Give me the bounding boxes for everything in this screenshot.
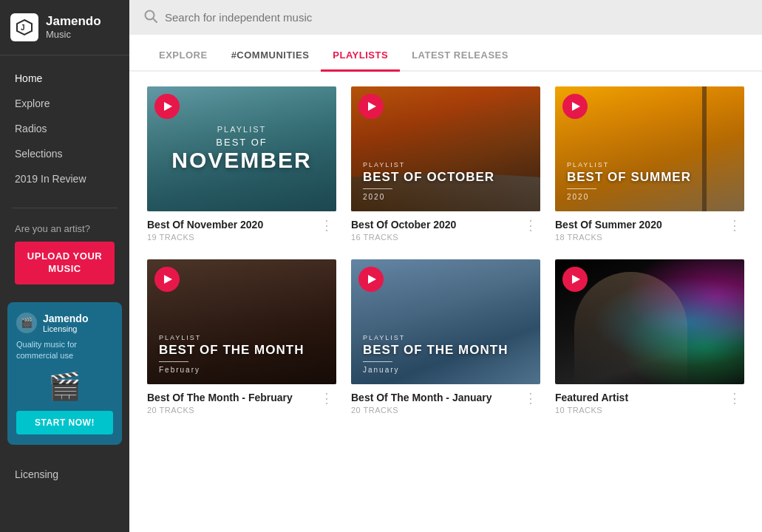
- playlist-card-artist[interactable]: Featured Artist 10 TRACKS ⋮: [555, 259, 744, 417]
- licensing-card: 🎬 Jamendo Licensing Quality music for co…: [7, 302, 122, 445]
- playlist-thumb-november: Playlist Best Of November: [147, 86, 336, 211]
- card-tracks-summer: 18 TRACKS: [555, 233, 662, 242]
- play-button-november[interactable]: [154, 94, 180, 119]
- tab-communities[interactable]: #COMMUNITIES: [220, 41, 322, 72]
- card-more-january[interactable]: ⋮: [521, 392, 540, 405]
- sidebar-item-radios[interactable]: Radios: [0, 116, 129, 141]
- card-tracks-artist: 10 TRACKS: [555, 406, 628, 415]
- playlist-card-february[interactable]: PLAYLIST Best Of The Month February Best…: [147, 259, 336, 417]
- play-button-artist[interactable]: [562, 267, 588, 292]
- play-button-january[interactable]: [358, 267, 384, 292]
- thumb-month-february: February: [159, 366, 324, 374]
- playlist-grid: Playlist Best Of November Best Of Novemb…: [147, 86, 744, 417]
- playlist-card-january[interactable]: PLAYLIST Best Of The Month January Best …: [351, 259, 540, 417]
- thumb-tag-february: PLAYLIST: [159, 334, 324, 341]
- thumb-year-summer: 2020: [567, 193, 732, 201]
- card-title-artist: Featured Artist: [555, 392, 628, 403]
- playlist-thumb-october: PLAYLIST Best Of October 2020: [351, 86, 540, 211]
- thumb-divider-february: [159, 361, 188, 362]
- card-title-january: Best Of The Month - January: [351, 392, 492, 403]
- card-tracks-january: 20 TRACKS: [351, 406, 492, 415]
- card-more-summer[interactable]: ⋮: [725, 219, 744, 232]
- thumb-title-summer: Best Of Summer: [567, 171, 732, 185]
- tab-playlists[interactable]: PLAYLISTS: [321, 41, 400, 72]
- thumb-tag-october: PLAYLIST: [363, 161, 528, 168]
- licensing-header: 🎬 Jamendo Licensing: [16, 313, 113, 333]
- thumb-tag-november: Playlist: [217, 125, 267, 134]
- search-icon: [144, 10, 157, 26]
- thumb-divider-summer: [567, 188, 596, 189]
- sidebar: J Jamendo Music Home Explore Radios Sele…: [0, 0, 129, 532]
- card-info-january: Best Of The Month - January 20 TRACKS ⋮: [351, 384, 540, 417]
- sidebar-item-licensing[interactable]: Licensing: [15, 464, 115, 485]
- card-more-october[interactable]: ⋮: [521, 219, 540, 232]
- playlist-thumb-artist: [555, 259, 744, 384]
- playlist-thumb-january: PLAYLIST Best Of The Month January: [351, 259, 540, 384]
- playlist-card-summer[interactable]: PLAYLIST Best Of Summer 2020 Best Of Sum…: [555, 86, 744, 245]
- thumb-title-february: Best Of The Month: [159, 344, 324, 358]
- artist-section: Are you an artist? UPLOAD YOUR MUSIC: [0, 214, 129, 290]
- sidebar-divider: [12, 208, 118, 208]
- thumb-title-october: Best Of October: [363, 171, 528, 185]
- card-title-february: Best Of The Month - February: [147, 392, 293, 403]
- playlist-thumb-february: PLAYLIST Best Of The Month February: [147, 259, 336, 384]
- thumb-divider-january: [363, 361, 392, 362]
- card-title-summer: Best Of Summer 2020: [555, 219, 662, 231]
- card-tracks-february: 20 TRACKS: [147, 406, 293, 415]
- licensing-title: Jamendo Licensing: [43, 313, 88, 333]
- brand-icon: J: [10, 13, 38, 41]
- thumb-title-january: Best Of The Month: [363, 344, 528, 358]
- play-button-february[interactable]: [154, 267, 180, 292]
- start-now-button[interactable]: START NOW!: [16, 411, 113, 434]
- card-info-november: Best Of November 2020 19 TRACKS ⋮: [147, 211, 336, 245]
- licensing-description: Quality music for commercial use: [16, 339, 113, 362]
- thumb-tag-summer: PLAYLIST: [567, 161, 732, 168]
- play-button-summer[interactable]: [562, 94, 588, 119]
- search-input[interactable]: [165, 11, 747, 24]
- brand-name: Jamendo Music: [46, 14, 101, 41]
- sidebar-item-selections[interactable]: Selections: [0, 141, 129, 166]
- card-info-artist: Featured Artist 10 TRACKS ⋮: [555, 384, 744, 417]
- sidebar-item-explore[interactable]: Explore: [0, 91, 129, 116]
- playlist-card-november[interactable]: Playlist Best Of November Best Of Novemb…: [147, 86, 336, 245]
- card-title-october: Best Of October 2020: [351, 219, 456, 231]
- svg-text:J: J: [21, 24, 25, 32]
- sidebar-bottom: Licensing: [0, 457, 129, 492]
- card-info-summer: Best Of Summer 2020 18 TRACKS ⋮: [555, 211, 744, 245]
- thumb-month-january: January: [363, 366, 528, 374]
- sidebar-item-home[interactable]: Home: [0, 66, 129, 91]
- card-more-november[interactable]: ⋮: [317, 219, 336, 232]
- licensing-icon: 🎬: [16, 313, 37, 333]
- sidebar-item-review[interactable]: 2019 In Review: [0, 166, 129, 191]
- tab-latest-releases[interactable]: LATEST RELEASES: [400, 41, 520, 72]
- sidebar-nav: Home Explore Radios Selections 2019 In R…: [0, 55, 129, 202]
- svg-line-3: [153, 18, 157, 22]
- thumb-divider-october: [363, 188, 392, 189]
- upload-music-button[interactable]: UPLOAD YOUR MUSIC: [15, 242, 115, 284]
- card-more-february[interactable]: ⋮: [317, 392, 336, 405]
- tabs-bar: EXPLORE #COMMUNITIES PLAYLISTS LATEST RE…: [129, 35, 762, 72]
- artist-question: Are you an artist?: [15, 223, 115, 234]
- licensing-image: 🎬: [16, 371, 113, 402]
- tab-explore[interactable]: EXPLORE: [147, 41, 220, 72]
- content-area: Playlist Best Of November Best Of Novemb…: [129, 72, 762, 532]
- thumb-tag-january: PLAYLIST: [363, 334, 528, 341]
- thumb-year-october: 2020: [363, 193, 528, 201]
- card-info-february: Best Of The Month - February 20 TRACKS ⋮: [147, 384, 336, 417]
- main-content: EXPLORE #COMMUNITIES PLAYLISTS LATEST RE…: [129, 0, 762, 532]
- play-button-october[interactable]: [358, 94, 384, 119]
- card-title-november: Best Of November 2020: [147, 219, 263, 231]
- best-of-label: Best Of: [216, 137, 267, 148]
- card-more-artist[interactable]: ⋮: [725, 392, 744, 405]
- card-tracks-october: 16 TRACKS: [351, 233, 456, 242]
- search-bar: [129, 0, 762, 35]
- playlist-card-october[interactable]: PLAYLIST Best Of October 2020 Best Of Oc…: [351, 86, 540, 245]
- card-tracks-november: 19 TRACKS: [147, 233, 263, 242]
- playlist-thumb-summer: PLAYLIST Best Of Summer 2020: [555, 86, 744, 211]
- sidebar-logo: J Jamendo Music: [0, 0, 129, 55]
- month-november: November: [171, 148, 311, 173]
- card-info-october: Best Of October 2020 16 TRACKS ⋮: [351, 211, 540, 245]
